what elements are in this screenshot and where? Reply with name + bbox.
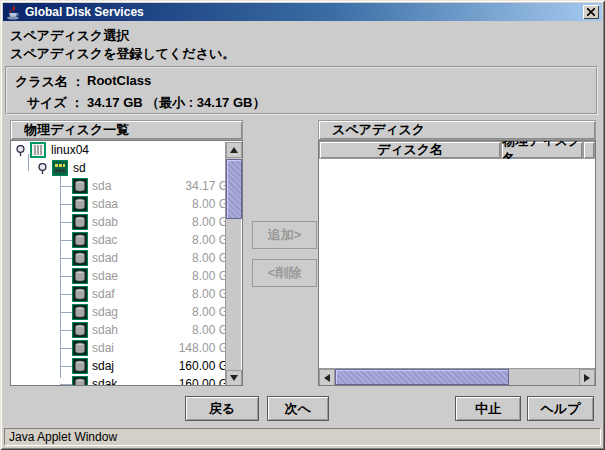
column-header-disk-name[interactable]: ディスク名 — [319, 141, 501, 159]
scroll-left-button[interactable] — [319, 369, 335, 386]
tree-node-disk[interactable]: sdah8.00 GB — [11, 321, 242, 339]
column-header-physical-disk-name[interactable]: 物理ディスク名 — [501, 141, 583, 159]
group-name: sd — [73, 161, 86, 175]
title-bar: Global Disk Services — [3, 3, 602, 21]
next-button[interactable]: 次へ — [267, 396, 329, 421]
disk-size: 160.00 GB — [140, 359, 236, 373]
disk-name: sdag — [92, 305, 140, 319]
tree-node-disk[interactable]: sdag8.00 GB — [11, 303, 242, 321]
close-button[interactable] — [583, 5, 599, 19]
physical-disk-tree[interactable]: linux04 sd sda34.17 GB sdaa8.00 GB sdab8… — [10, 140, 243, 386]
tree-stub — [60, 330, 72, 331]
scrollbar-thumb[interactable] — [226, 159, 242, 219]
scrollbar-thumb[interactable] — [335, 369, 509, 385]
class-name-label: クラス名 ： — [15, 73, 85, 91]
disk-name: sdaj — [92, 359, 140, 373]
table-body-empty[interactable] — [319, 159, 595, 368]
table-horizontal-scrollbar[interactable] — [319, 368, 595, 385]
disk-name: sdai — [92, 341, 140, 355]
disk-icon — [72, 322, 88, 338]
host-icon — [30, 142, 46, 158]
physical-disk-list-title: 物理ディスク一覧 — [10, 120, 243, 140]
status-bar: Java Applet Window — [4, 428, 601, 446]
host-name: linux04 — [51, 143, 89, 157]
tree-node-disk[interactable]: sdaf8.00 GB — [11, 285, 242, 303]
step-title: スペアディスク選択 — [10, 27, 129, 45]
tree-node-disk[interactable]: sdak160.00 GB — [11, 375, 242, 386]
disk-name: sdac — [92, 233, 140, 247]
remove-button[interactable]: <削除 — [252, 259, 317, 287]
disk-icon — [72, 358, 88, 374]
tree-node-host[interactable]: linux04 — [11, 141, 242, 159]
tree-node-group[interactable]: sd — [11, 159, 242, 177]
disk-name: sdaa — [92, 197, 140, 211]
disk-size: 8.00 GB — [140, 323, 236, 337]
disk-name: sda — [92, 179, 140, 193]
help-button[interactable]: ヘルプ — [527, 396, 594, 421]
tree-stub — [60, 294, 72, 295]
tree-stub — [60, 258, 72, 259]
disk-size: 34.17 GB — [140, 179, 236, 193]
tree-node-disk[interactable]: sdae8.00 GB — [11, 267, 242, 285]
tree-node-disk[interactable]: sda34.17 GB — [11, 177, 242, 195]
disk-size: 8.00 GB — [140, 215, 236, 229]
disk-size: 160.00 GB — [140, 377, 236, 386]
disk-group-icon — [52, 160, 68, 176]
close-icon — [587, 8, 595, 16]
arrow-left-icon — [324, 374, 330, 382]
scroll-down-button[interactable] — [226, 370, 242, 386]
back-button[interactable]: 戻る — [185, 396, 259, 421]
scroll-up-button[interactable] — [226, 142, 242, 158]
disk-icon — [72, 268, 88, 284]
disk-name: sdad — [92, 251, 140, 265]
tree-node-disk[interactable]: sdaa8.00 GB — [11, 195, 242, 213]
disk-size: 8.00 GB — [140, 251, 236, 265]
disk-size: 8.00 GB — [140, 305, 236, 319]
cancel-button[interactable]: 中止 — [455, 396, 521, 421]
tree-stub — [60, 204, 72, 205]
disk-name: sdab — [92, 215, 140, 229]
tree-stub — [60, 240, 72, 241]
disk-size: 8.00 GB — [140, 269, 236, 283]
disk-size: 8.00 GB — [140, 197, 236, 211]
spare-disk-title: スペアディスク — [318, 120, 596, 140]
disk-icon — [72, 196, 88, 212]
tree-node-disk[interactable]: sdaj160.00 GB — [11, 357, 242, 375]
arrow-down-icon — [230, 375, 238, 381]
class-name-value: RootClass — [87, 73, 151, 88]
disk-size: 8.00 GB — [140, 287, 236, 301]
expand-handle-icon[interactable] — [15, 145, 26, 156]
tree-stub — [60, 222, 72, 223]
tree-vertical-scrollbar[interactable] — [225, 142, 241, 386]
dialog-content: スペアディスク選択 スペアディスクを登録してください。 クラス名 ： RootC… — [3, 21, 602, 426]
disk-icon — [72, 304, 88, 320]
size-label: サイズ ： — [27, 94, 84, 112]
add-button[interactable]: 追加> — [252, 221, 317, 249]
disk-icon — [72, 286, 88, 302]
size-value: 34.17 GB （最小 : 34.17 GB） — [87, 94, 265, 112]
spare-disk-table: ディスク名 物理ディスク名 — [318, 140, 596, 386]
step-instruction: スペアディスクを登録してください。 — [10, 45, 235, 63]
global-disk-services-window: Global Disk Services スペアディスク選択 スペアディスクを登… — [0, 0, 605, 450]
arrow-up-icon — [230, 147, 238, 153]
tree-node-disk[interactable]: sdai148.00 GB — [11, 339, 242, 357]
java-cup-icon — [5, 4, 21, 20]
disk-name: sdah — [92, 323, 140, 337]
tree-node-disk[interactable]: sdac8.00 GB — [11, 231, 242, 249]
disk-name: sdak — [92, 377, 140, 386]
tree-node-disk[interactable]: sdad8.00 GB — [11, 249, 242, 267]
tree-stub — [60, 366, 72, 367]
arrow-right-icon — [584, 374, 590, 382]
window-title: Global Disk Services — [25, 5, 144, 19]
scroll-right-button[interactable] — [579, 369, 595, 386]
expand-handle-icon[interactable] — [37, 163, 48, 174]
disk-size: 8.00 GB — [140, 233, 236, 247]
tree-stub — [60, 384, 72, 385]
tree-stub — [60, 276, 72, 277]
disk-icon — [72, 340, 88, 356]
tree-stub — [60, 312, 72, 313]
disk-size: 148.00 GB — [140, 341, 236, 355]
tree-node-disk[interactable]: sdab8.00 GB — [11, 213, 242, 231]
column-header-filler — [583, 141, 595, 159]
disk-icon — [72, 232, 88, 248]
